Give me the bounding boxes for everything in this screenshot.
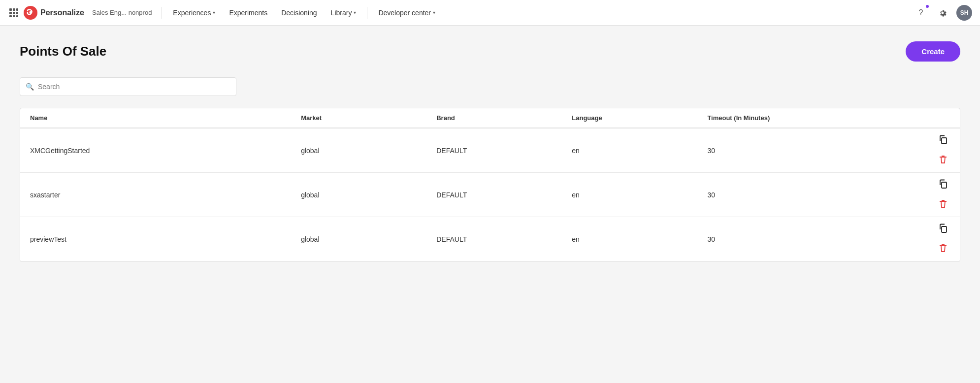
- svg-rect-2: [16, 8, 18, 11]
- cell-brand: DEFAULT: [436, 187, 572, 203]
- chevron-down-icon: ▾: [213, 10, 215, 15]
- delete-button[interactable]: [936, 153, 950, 169]
- copy-icon: [938, 134, 948, 147]
- page-header: Points Of Sale Create: [20, 41, 960, 62]
- cell-name: XMCGettingStarted: [30, 143, 301, 159]
- nav-library[interactable]: Library ▾: [326, 6, 361, 20]
- nav-separator: [162, 7, 162, 19]
- table-row: XMCGettingStarted global DEFAULT en 30: [20, 128, 960, 173]
- nav-decisioning[interactable]: Decisioning: [276, 6, 322, 20]
- copy-button[interactable]: [936, 221, 950, 237]
- cell-brand: DEFAULT: [436, 143, 572, 159]
- svg-rect-8: [16, 15, 18, 17]
- search-input[interactable]: [20, 77, 236, 96]
- row-actions: [911, 221, 950, 257]
- cell-name: sxastarter: [30, 187, 301, 203]
- row-actions: [911, 177, 950, 213]
- nav-developer-center[interactable]: Developer center ▾: [373, 6, 440, 20]
- cell-language: en: [572, 231, 707, 247]
- svg-rect-4: [13, 12, 15, 14]
- svg-rect-1: [13, 8, 15, 11]
- chevron-down-icon: ▾: [354, 10, 356, 15]
- col-header-timeout: Timeout (In Minutes): [707, 114, 911, 122]
- table-header: Name Market Brand Language Timeout (In M…: [20, 108, 960, 128]
- nav-experiences[interactable]: Experiences ▾: [168, 6, 220, 20]
- delete-button[interactable]: [936, 197, 950, 213]
- app-name: Personalize: [40, 8, 84, 17]
- col-header-market: Market: [301, 114, 436, 122]
- cell-timeout: 30: [707, 187, 911, 203]
- copy-icon: [938, 223, 948, 235]
- delete-button[interactable]: [936, 241, 950, 257]
- nav-separator-2: [367, 7, 367, 19]
- svg-rect-0: [9, 8, 12, 11]
- cell-language: en: [572, 143, 707, 159]
- avatar[interactable]: SH: [956, 5, 972, 21]
- topnav-right-actions: ? SH: [913, 5, 972, 21]
- cell-language: en: [572, 187, 707, 203]
- search-wrapper: 🔍: [20, 77, 236, 96]
- trash-icon: [938, 243, 948, 255]
- trash-icon: [938, 155, 948, 167]
- col-header-actions: [911, 114, 950, 122]
- notification-dot: [925, 4, 930, 9]
- svg-rect-3: [9, 12, 12, 14]
- svg-rect-11: [942, 138, 947, 144]
- copy-button[interactable]: [936, 177, 950, 193]
- cell-market: global: [301, 231, 436, 247]
- cell-name: previewTest: [30, 231, 301, 247]
- notifications-button[interactable]: ?: [913, 5, 929, 21]
- cell-market: global: [301, 143, 436, 159]
- table-row: previewTest global DEFAULT en 30: [20, 217, 960, 261]
- page-title: Points Of Sale: [20, 44, 106, 59]
- search-icon: 🔍: [26, 83, 34, 91]
- trash-icon: [938, 199, 948, 211]
- topnav: Personalize Sales Eng... nonprod Experie…: [0, 0, 980, 26]
- copy-button[interactable]: [936, 132, 950, 149]
- chevron-down-icon: ▾: [433, 10, 435, 15]
- cell-brand: DEFAULT: [436, 231, 572, 247]
- col-header-name: Name: [30, 114, 301, 122]
- svg-rect-12: [942, 182, 947, 188]
- table-row: sxastarter global DEFAULT en 30: [20, 173, 960, 217]
- cell-timeout: 30: [707, 231, 911, 247]
- environment-label: Sales Eng... nonprod: [92, 9, 152, 16]
- points-of-sale-table: Name Market Brand Language Timeout (In M…: [20, 108, 960, 262]
- nav-experiments[interactable]: Experiments: [224, 6, 272, 20]
- copy-icon: [938, 179, 948, 191]
- svg-rect-13: [942, 226, 947, 232]
- cell-timeout: 30: [707, 143, 911, 159]
- settings-icon[interactable]: [935, 5, 950, 21]
- create-button[interactable]: Create: [906, 41, 960, 62]
- col-header-brand: Brand: [436, 114, 572, 122]
- svg-point-10: [30, 11, 32, 13]
- svg-rect-6: [9, 15, 12, 17]
- svg-rect-7: [13, 15, 15, 17]
- app-logo[interactable]: Personalize: [24, 6, 84, 20]
- grid-menu-icon[interactable]: [8, 7, 20, 19]
- svg-rect-5: [16, 12, 18, 14]
- row-actions: [911, 132, 950, 169]
- main-content: Points Of Sale Create 🔍 Name Market Bran…: [0, 26, 980, 383]
- col-header-language: Language: [572, 114, 707, 122]
- cell-market: global: [301, 187, 436, 203]
